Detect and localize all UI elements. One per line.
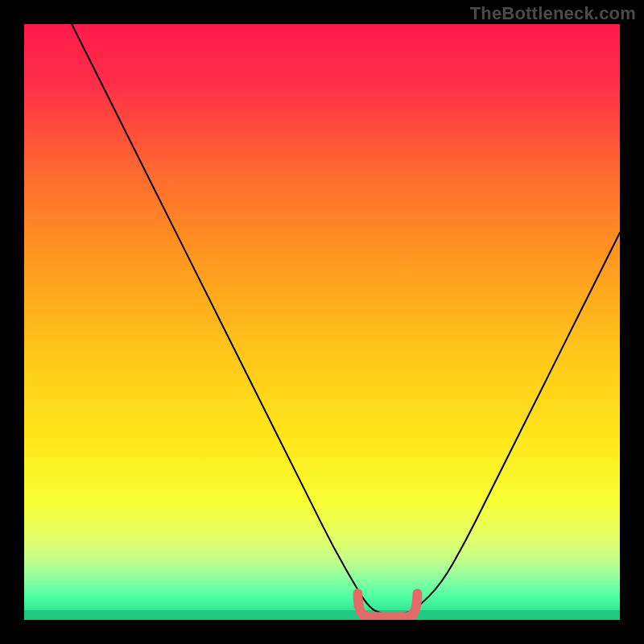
chart-svg bbox=[24, 24, 620, 620]
figure-container: TheBottleneck.com bbox=[0, 0, 644, 644]
chart-background bbox=[24, 24, 620, 620]
watermark-text: TheBottleneck.com bbox=[470, 3, 636, 24]
chart-baseline-strip bbox=[24, 610, 620, 620]
bottleneck-chart bbox=[24, 24, 620, 620]
